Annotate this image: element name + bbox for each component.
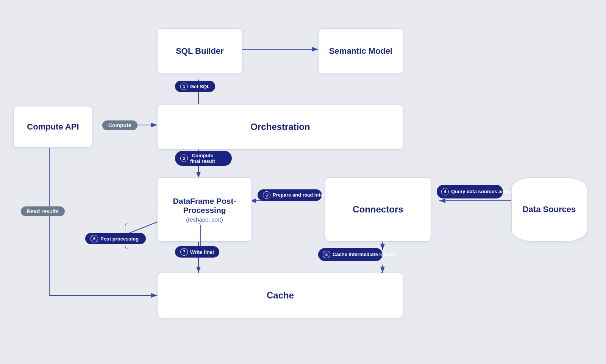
compute-api-box: Compute API [13,106,93,148]
cache-intermediate-label: Cache intermediate results [333,252,395,258]
data-sources-box: Data Sources [511,177,587,242]
prepare-read-label: Prepare and read intermediate [273,192,344,198]
dataframe-label: DataFrame Post-Processing [164,197,245,215]
write-final-badge: 7 Write final [175,246,219,258]
connectors-label: Connectors [353,204,403,215]
sql-builder-label: SQL Builder [176,46,224,56]
semantic-model-box: Semantic Model [318,28,403,74]
query-data-label: Query data sources and read result set [451,189,542,195]
sql-builder-box: SQL Builder [157,28,242,74]
cache-box: Cache [157,273,403,318]
badge-4-circle: 4 [441,188,449,195]
orchestration-box: Orchestration [157,104,403,150]
query-data-badge: 4 Query data sources and read result set [437,185,503,198]
badge-6-circle: 6 [91,235,98,242]
write-final-label: Write final [190,249,214,255]
badge-7-circle: 7 [180,248,188,256]
cache-label: Cache [267,290,294,301]
post-processing-label: Post processing [100,236,139,242]
read-results-badge: Read results [21,206,65,216]
compute-api-label: Compute API [27,122,79,132]
dataframe-sub: (reshape, sort) [164,216,245,223]
diagram-container: SQL Builder Semantic Model 1 Get SQL Com… [0,0,606,364]
badge-1-circle: 1 [180,83,188,90]
badge-5-circle: 5 [323,251,330,258]
prepare-read-badge: 3 Prepare and read intermediate [258,189,322,201]
semantic-model-label: Semantic Model [329,46,392,56]
dataframe-content: DataFrame Post-Processing (reshape, sort… [164,197,245,223]
compute-final-badge: 2 Computefinal result [175,151,232,166]
badge-3-circle: 3 [263,191,270,199]
cache-intermediate-badge: 5 Cache intermediate results [318,248,383,261]
get-sql-label: Get SQL [190,84,210,89]
compute-badge: Compute [102,120,137,130]
post-processing-badge: 6 Post processing [85,233,146,244]
get-sql-badge: 1 Get SQL [175,81,215,92]
read-results-label: Read results [27,208,59,214]
orchestration-label: Orchestration [250,122,310,132]
data-sources-label: Data Sources [523,205,576,214]
badge-2-circle: 2 [180,155,188,162]
compute-final-label: Computefinal result [190,153,215,164]
connectors-box: Connectors [325,177,431,242]
compute-label: Compute [108,122,131,128]
